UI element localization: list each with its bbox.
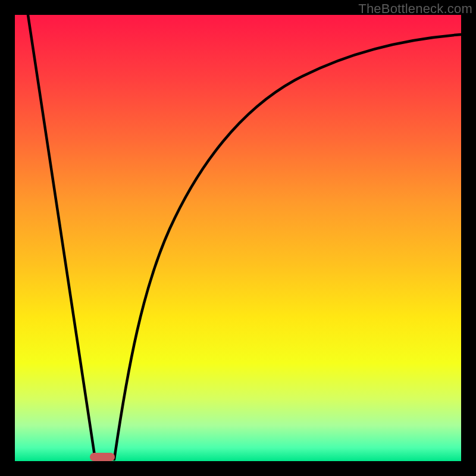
optimal-point-marker xyxy=(90,453,115,461)
chart-frame: TheBottleneck.com xyxy=(0,0,476,476)
curve-left-branch xyxy=(28,15,95,459)
chart-curves xyxy=(15,15,461,461)
watermark-text: TheBottleneck.com xyxy=(358,1,472,17)
curve-right-branch xyxy=(114,35,461,459)
